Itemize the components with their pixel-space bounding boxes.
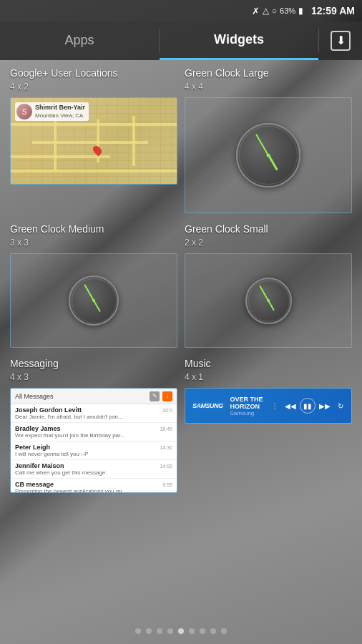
clock-large-face-container xyxy=(185,98,351,213)
widget-clock-large-size: 4 x 4 xyxy=(185,82,352,92)
map-pin xyxy=(92,145,104,157)
status-icons: ✗ △ ○ 63% ▮ xyxy=(252,6,303,16)
msg-row-1: Bradley James 18:45 We expect that you'd… xyxy=(11,423,177,441)
tab-apps[interactable]: Apps xyxy=(0,21,159,59)
widget-clock-medium-title: Green Clock Medium xyxy=(10,223,177,235)
widget-clock-medium[interactable]: Green Clock Medium 3 x 3 xyxy=(10,223,177,348)
music-widget: SAMSUNG OVER THE HORIZON Samsung ⋮ ◀◀ ▮▮… xyxy=(185,389,351,423)
page-dot-4[interactable] xyxy=(178,628,184,634)
widget-googleplus-preview: S Shimrit Ben-Yair Mountain View, CA xyxy=(10,97,177,185)
status-time: 12:59 AM xyxy=(311,5,355,16)
page-dots xyxy=(0,628,362,634)
play-pause-button[interactable]: ▮▮ xyxy=(300,398,315,414)
widget-clock-large-title: Green Clock Large xyxy=(185,67,352,79)
widget-messaging[interactable]: Messaging 4 x 3 All Messages ✎ ! Joseph … xyxy=(10,358,177,493)
signal-icon: ○ xyxy=(272,6,277,16)
msg-header-icons: ✎ ! xyxy=(150,391,172,401)
widget-clock-large[interactable]: Green Clock Large 4 x 4 xyxy=(185,67,352,213)
widget-clock-small-size: 2 x 2 xyxy=(185,238,352,248)
map-profile: S Shimrit Ben-Yair Mountain View, CA xyxy=(15,102,89,121)
page-dot-3[interactable] xyxy=(167,628,173,634)
widget-music-title: Music xyxy=(185,358,352,369)
download-button[interactable]: ⬇ xyxy=(319,21,362,59)
page-dot-2[interactable] xyxy=(157,628,162,634)
tab-widgets-label: Widgets xyxy=(214,32,264,47)
clock-medium-face-container xyxy=(11,254,177,347)
profile-text: Shimrit Ben-Yair Mountain View, CA xyxy=(35,104,85,119)
widget-messaging-size: 4 x 3 xyxy=(10,372,177,382)
msg-row-2: Peter Leigh 14:30 I will never gonna tel… xyxy=(11,441,177,460)
widget-clock-medium-preview xyxy=(10,253,177,348)
music-info: OVER THE HORIZON Samsung xyxy=(230,396,264,416)
battery-percent: 63% xyxy=(280,6,295,15)
widget-music[interactable]: Music 4 x 1 SAMSUNG OVER THE HORIZON Sam… xyxy=(185,358,352,493)
widget-music-size: 4 x 1 xyxy=(185,372,352,382)
widget-clock-small[interactable]: Green Clock Small 2 x 2 xyxy=(185,223,352,348)
widget-messaging-preview: All Messages ✎ ! Joseph Gordon Levitt 20… xyxy=(10,388,177,493)
clock-m-center-dot xyxy=(92,299,95,302)
widget-googleplus-title: Google+ User Locations xyxy=(10,67,177,79)
clock-s-center-dot xyxy=(267,299,270,302)
samsung-logo: SAMSUNG xyxy=(190,401,226,411)
clock-center-dot xyxy=(267,154,270,157)
widget-music-preview: SAMSUNG OVER THE HORIZON Samsung ⋮ ◀◀ ▮▮… xyxy=(185,388,352,424)
next-button[interactable]: ▶▶ xyxy=(318,399,331,412)
download-arrow-icon: ⬇ xyxy=(331,31,351,51)
page-dot-0[interactable] xyxy=(135,628,141,634)
page-dot-5[interactable] xyxy=(189,628,195,634)
widget-clock-large-preview xyxy=(185,97,352,213)
msg-row-4: CB message 9:55 Presenting the newest ap… xyxy=(11,479,177,492)
tab-bar: Apps Widgets ⬇ xyxy=(0,21,362,60)
tab-apps-label: Apps xyxy=(64,33,94,48)
page-dot-7[interactable] xyxy=(210,628,216,634)
page-dot-1[interactable] xyxy=(146,628,152,634)
shuffle-button[interactable]: ⋮ xyxy=(268,399,281,412)
repeat-button[interactable]: ↻ xyxy=(334,399,347,412)
content-area[interactable]: Google+ User Locations 4 x 2 S xyxy=(0,60,362,615)
msg-row-3: Jennifer Maison 14:00 Call me when you g… xyxy=(11,460,177,479)
msg-row-0: Joseph Gordon Levitt 20:0 Dear Jamie, I'… xyxy=(11,404,177,423)
status-bar: ✗ △ ○ 63% ▮ 12:59 AM xyxy=(0,0,362,21)
clock-medium-face xyxy=(69,275,119,326)
widget-clock-small-preview xyxy=(185,253,352,348)
wifi-icon: △ xyxy=(263,6,269,16)
clock-small-face xyxy=(245,278,292,324)
messaging-widget: All Messages ✎ ! Joseph Gordon Levitt 20… xyxy=(11,389,177,492)
tab-widgets[interactable]: Widgets xyxy=(160,21,318,60)
msg-header-title: All Messages xyxy=(15,393,54,400)
widget-grid: Google+ User Locations 4 x 2 S xyxy=(0,60,362,500)
bluetooth-icon: ✗ xyxy=(252,6,260,16)
msg-header: All Messages ✎ ! xyxy=(11,389,177,404)
msg-icon-new: ! xyxy=(162,391,172,401)
widget-messaging-title: Messaging xyxy=(10,358,177,369)
clock-large-face xyxy=(236,123,300,187)
music-artist: Samsung xyxy=(230,410,264,416)
widget-googleplus[interactable]: Google+ User Locations 4 x 2 S xyxy=(10,67,177,213)
msg-icon-compose: ✎ xyxy=(150,391,160,401)
profile-avatar: S xyxy=(16,104,32,119)
music-track-title: OVER THE HORIZON xyxy=(230,396,264,410)
page-dot-6[interactable] xyxy=(200,628,205,634)
music-controls: ⋮ ◀◀ ▮▮ ▶▶ ↻ xyxy=(268,398,347,414)
widget-clock-small-title: Green Clock Small xyxy=(185,223,352,235)
prev-button[interactable]: ◀◀ xyxy=(284,399,297,412)
page-dot-8[interactable] xyxy=(221,628,227,634)
battery-icon: ▮ xyxy=(298,6,303,16)
widget-clock-medium-size: 3 x 3 xyxy=(10,238,177,248)
clock-small-face-container xyxy=(185,254,351,347)
map-widget: S Shimrit Ben-Yair Mountain View, CA xyxy=(11,98,177,184)
widget-googleplus-size: 4 x 2 xyxy=(10,82,177,92)
